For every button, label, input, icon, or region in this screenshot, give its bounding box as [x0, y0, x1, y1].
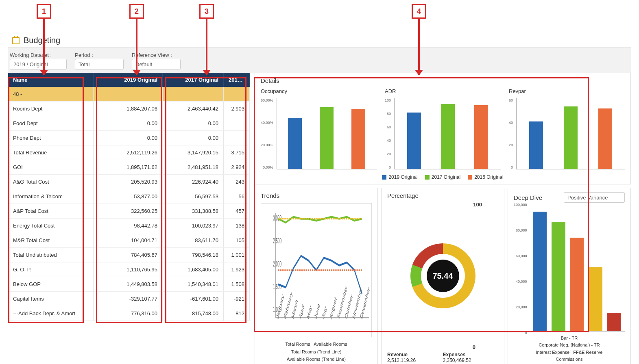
table-row[interactable]: Food Dept0.000.00 — [8, 116, 250, 131]
deep-dive-select[interactable]: Positive Variance — [564, 192, 625, 203]
svg-text:March: March — [291, 298, 299, 320]
table-row[interactable]: GOI1,895,171.622,481,951.182,924 — [8, 160, 250, 175]
selectors-bar: Working Dataset : 2019 / Original Period… — [8, 48, 631, 73]
trends-title: Trends — [261, 192, 372, 199]
svg-text:August: August — [329, 296, 338, 321]
deep-dive-card: Deep Dive Positive Variance 100,00080,00… — [508, 188, 631, 364]
table-row[interactable]: Below GOP1,449,803.581,540,348.011,508 — [8, 277, 250, 292]
svg-text:2,500: 2,500 — [273, 237, 281, 245]
period-label: Period : — [75, 52, 124, 58]
table-row[interactable]: Energy Total Cost98,442.78100,023.97138 — [8, 219, 250, 233]
annotation-callout-3: 3 — [199, 4, 214, 75]
svg-text:1,500: 1,500 — [273, 282, 281, 291]
mini-chart: ADR100806040200 — [385, 88, 501, 169]
period-select[interactable]: Total — [75, 59, 124, 69]
app-header: Budgeting — [8, 33, 631, 48]
table-row[interactable]: Total Undistributed784,405.67798,546.181… — [8, 248, 250, 262]
details-title: Details — [261, 77, 625, 84]
table-row[interactable]: Rooms Dept1,884,207.062,463,440.422,903 — [8, 102, 250, 116]
annotation-callout-4: 4 — [412, 4, 426, 75]
col-header-2019[interactable]: 2019 Original — [94, 73, 163, 87]
table-row[interactable]: 48 - — [8, 87, 250, 102]
calendar-icon — [12, 37, 20, 44]
annotation-callout-1: 1 — [37, 4, 51, 75]
gauge-value: 75.44 — [427, 260, 459, 292]
details-legend: 2019 Original 2017 Original 2016 Origina… — [261, 174, 625, 180]
mini-chart: Occupancy60.00%40.00%20.00%0.00% — [261, 88, 377, 169]
table-row[interactable]: Information & Telcom53,877.0056,597.5356 — [8, 189, 250, 204]
table-row[interactable]: M&R Total Cost104,004.7183,611.70105 — [8, 233, 250, 248]
annotation-callout-2: 2 — [129, 4, 144, 75]
col-header-2017[interactable]: 2017 Original — [163, 73, 224, 87]
svg-text:2,000: 2,000 — [273, 260, 281, 268]
trends-legend: Total Rooms Available Rooms Total Rooms … — [261, 340, 372, 363]
gauge-chart: 75.44 — [410, 243, 475, 308]
percentage-title: Percentage — [387, 192, 498, 199]
percentage-card: Percentage 100 75.44 0 Revenue2,512,119.… — [381, 188, 504, 364]
table-row[interactable]: A&P Total Cost322,560.25331,388.58457 — [8, 204, 250, 219]
table-row[interactable]: G. O. P.1,110,765.951,683,405.001,923 — [8, 262, 250, 277]
deep-dive-bars — [529, 206, 625, 332]
details-card: Details Occupancy60.00%40.00%20.00%0.00%… — [255, 73, 631, 184]
table-row[interactable]: Phone Dept0.000.00 — [8, 131, 250, 145]
table-row[interactable]: Capital Items-329,107.77-617,601.00-921 — [8, 292, 250, 306]
table-row[interactable]: ---Add Back Depr. & Amort776,316.00815,7… — [8, 306, 250, 321]
table-row[interactable]: A&G Total Cost205,520.93226,924.40243 — [8, 175, 250, 189]
svg-text:3,000: 3,000 — [273, 214, 281, 222]
col-header-2016[interactable]: 2016 O — [224, 73, 250, 87]
deep-dive-legend: Bar - TR Corporate Neg. (National) - TR … — [514, 335, 625, 363]
table-row[interactable]: Total Revenue2,512,119.263,147,920.153,7… — [8, 145, 250, 160]
trends-card: Trends 3,0002,5002,0001,5001,000 January — [255, 188, 378, 364]
budget-table: Name 2019 Original 2017 Original 2016 O … — [8, 73, 250, 364]
trends-plot: 3,0002,5002,0001,5001,000 January Februa… — [261, 203, 372, 337]
mini-chart: Revpar6040200 — [509, 88, 625, 169]
deep-dive-title: Deep Dive — [514, 194, 542, 201]
